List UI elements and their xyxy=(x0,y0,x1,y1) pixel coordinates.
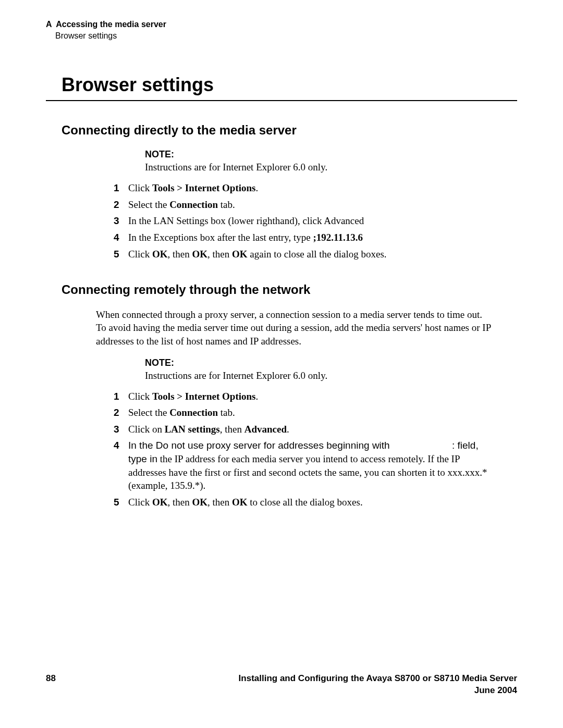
step-number: 5 xyxy=(114,496,128,509)
intro-paragraph: When connected through a proxy server, a… xyxy=(96,308,492,348)
step-item: 1 Click Tools > Internet Options. xyxy=(114,390,492,403)
note-label: NOTE: xyxy=(145,148,517,161)
note-block: NOTE: Instructions are for Internet Expl… xyxy=(145,148,517,174)
step-item: 2 Select the Connection tab. xyxy=(114,406,492,419)
title-rule xyxy=(46,100,517,101)
step-number: 5 xyxy=(114,248,128,261)
step-body: Click on LAN settings, then Advanced. xyxy=(128,423,492,436)
footer-doc-title: Installing and Configuring the Avaya S87… xyxy=(56,673,517,697)
step-item: 3 Click on LAN settings, then Advanced. xyxy=(114,423,492,436)
running-header: A Accessing the media server xyxy=(46,19,517,30)
note-text: Instructions are for Internet Explorer 6… xyxy=(145,369,517,382)
step-item: 3 In the LAN Settings box (lower rightha… xyxy=(114,214,492,228)
step-number: 2 xyxy=(114,198,128,212)
step-number: 2 xyxy=(114,406,128,419)
steps-list-remote: 1 Click Tools > Internet Options. 2 Sele… xyxy=(114,390,492,509)
step-item: 1 Click Tools > Internet Options. xyxy=(114,181,492,195)
step-body: In the LAN Settings box (lower righthand… xyxy=(128,214,492,228)
step-item: 5 Click OK, then OK, then OK again to cl… xyxy=(114,248,492,261)
step-body: In the Do not use proxy server for addre… xyxy=(128,439,492,492)
step-number: 4 xyxy=(114,439,128,492)
step-number: 4 xyxy=(114,231,128,244)
note-label: NOTE: xyxy=(145,356,517,369)
note-block: NOTE: Instructions are for Internet Expl… xyxy=(145,356,517,382)
page-number: 88 xyxy=(46,673,56,685)
step-body: Select the Connection tab. xyxy=(128,198,492,212)
step-body: Click Tools > Internet Options. xyxy=(128,181,492,195)
step-number: 3 xyxy=(114,214,128,228)
running-header-sub: Browser settings xyxy=(46,30,517,42)
step-number: 3 xyxy=(114,423,128,436)
page-footer: 88 Installing and Configuring the Avaya … xyxy=(46,673,517,697)
step-item: 4 In the Do not use proxy server for add… xyxy=(114,439,492,492)
step-body: Click Tools > Internet Options. xyxy=(128,390,492,403)
step-body: Select the Connection tab. xyxy=(128,406,492,419)
step-item: 4 In the Exceptions box after the last e… xyxy=(114,231,492,244)
step-item: 2 Select the Connection tab. xyxy=(114,198,492,212)
step-body: In the Exceptions box after the last ent… xyxy=(128,231,492,244)
note-text: Instructions are for Internet Explorer 6… xyxy=(145,161,517,174)
steps-list-direct: 1 Click Tools > Internet Options. 2 Sele… xyxy=(114,181,492,261)
step-body: Click OK, then OK, then OK again to clos… xyxy=(128,248,492,261)
step-body: Click OK, then OK, then OK to close all … xyxy=(128,496,492,509)
section-heading-remote: Connecting remotely through the network xyxy=(62,281,517,298)
step-number: 1 xyxy=(114,181,128,195)
page-title: Browser settings xyxy=(62,72,517,98)
step-number: 1 xyxy=(114,390,128,403)
section-heading-direct: Connecting directly to the media server xyxy=(62,122,517,139)
step-item: 5 Click OK, then OK, then OK to close al… xyxy=(114,496,492,509)
